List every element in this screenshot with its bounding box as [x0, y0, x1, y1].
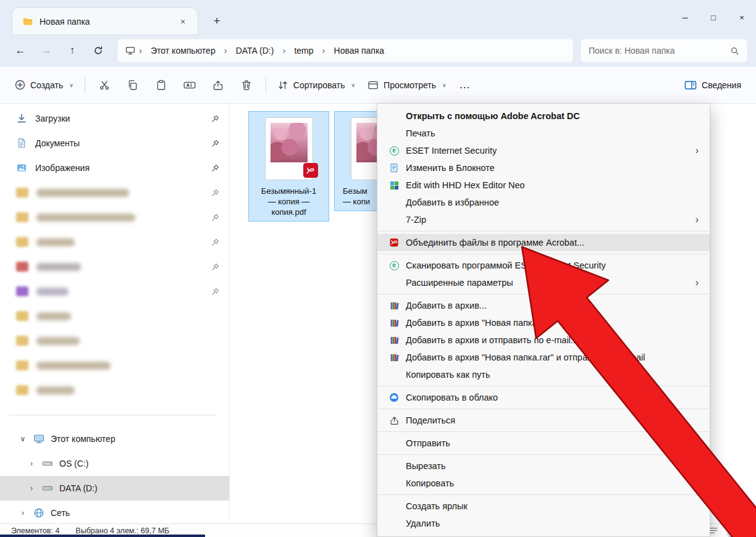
- menu-item-eset[interactable]: ESET Internet Security ›: [377, 142, 710, 159]
- sidebar-item-os-c[interactable]: › OS (C:): [0, 451, 229, 476]
- selection-info: Выбрано 4 элем.: 69,7 МБ: [75, 527, 169, 535]
- chevron-expanded-icon[interactable]: ∨: [19, 435, 27, 443]
- cut-button[interactable]: [90, 73, 119, 97]
- menu-item-open-with-acrobat[interactable]: Открыть с помощью Adobe Acrobat DC: [377, 107, 710, 125]
- more-options-button[interactable]: …: [453, 73, 477, 97]
- sidebar-item-redacted[interactable]: [0, 353, 229, 378]
- sidebar-item-redacted[interactable]: [0, 378, 229, 402]
- blank-icon: [387, 215, 401, 225]
- chevron-right-icon[interactable]: ›: [27, 459, 36, 468]
- thumbnails-view-icon[interactable]: [728, 525, 744, 537]
- chevron-right-icon[interactable]: ›: [27, 484, 36, 493]
- back-button[interactable]: ←: [9, 40, 32, 61]
- details-pane-label: Сведения: [702, 80, 741, 90]
- eset-icon: [387, 146, 401, 156]
- refresh-button[interactable]: [86, 40, 110, 61]
- minimize-button[interactable]: ─: [671, 0, 699, 35]
- folder-icon: [16, 262, 28, 272]
- menu-separator: [378, 254, 709, 254]
- up-button[interactable]: ↑: [61, 40, 84, 61]
- sidebar-item-documents[interactable]: Документы: [0, 131, 229, 156]
- sidebar-item-redacted[interactable]: [0, 205, 229, 230]
- view-button[interactable]: Просмотреть ∨: [361, 75, 453, 96]
- paste-button[interactable]: [147, 73, 175, 97]
- share-icon: [212, 80, 224, 91]
- menu-item-archive-named-email[interactable]: Добавить в архив "Новая папка.rar" и отп…: [377, 349, 710, 366]
- sort-icon: [277, 80, 288, 91]
- computer-icon: [33, 433, 44, 444]
- menu-item-send-to[interactable]: Отправить ›: [377, 435, 710, 452]
- chevron-right-icon: ›: [320, 45, 328, 57]
- blank-icon: [387, 501, 401, 511]
- document-icon: [16, 138, 27, 149]
- toolbar-separator: [85, 77, 85, 93]
- eset-icon: [387, 260, 401, 270]
- sidebar-item-pictures[interactable]: Изображения: [0, 156, 229, 180]
- pin-icon: [211, 263, 219, 271]
- copy-button[interactable]: [119, 73, 147, 97]
- search-box[interactable]: [581, 39, 747, 62]
- maximize-button[interactable]: □: [699, 0, 728, 35]
- menu-item-eset-scan[interactable]: Сканировать программой ESET Internet Sec…: [377, 257, 710, 274]
- tab-close-icon[interactable]: ×: [175, 14, 190, 29]
- chevron-right-icon[interactable]: ›: [19, 509, 27, 517]
- blank-icon: [387, 370, 401, 380]
- breadcrumb-segment[interactable]: DATA (D:): [231, 43, 279, 58]
- context-menu: Открыть с помощью Adobe Acrobat DC Печат…: [377, 103, 710, 537]
- menu-item-copy-to-cloud[interactable]: Скопировать в облако: [377, 389, 710, 406]
- delete-button[interactable]: [232, 73, 261, 97]
- close-button[interactable]: ×: [728, 0, 756, 35]
- sidebar-item-downloads[interactable]: Загрузки: [0, 106, 229, 131]
- menu-item-add-to-archive-named[interactable]: Добавить в архив "Новая папка.rar": [377, 314, 710, 331]
- file-item-pdf[interactable]: Безымянный-1 — копия — копия.pdf: [248, 111, 329, 222]
- menu-item-delete[interactable]: Удалить: [377, 515, 710, 532]
- menu-item-create-shortcut[interactable]: Создать ярлык: [377, 497, 710, 515]
- sidebar-item-redacted[interactable]: [0, 328, 229, 353]
- sidebar-item-redacted[interactable]: [0, 230, 229, 254]
- menu-item-advanced-options[interactable]: Расширенные параметры ›: [377, 274, 710, 291]
- sort-label: Сортировать: [293, 80, 345, 90]
- blank-icon: [387, 518, 401, 528]
- menu-item-7zip[interactable]: 7-Zip ›: [377, 211, 710, 228]
- create-button[interactable]: Создать ∨: [9, 75, 80, 95]
- folder-icon: [16, 336, 28, 346]
- sidebar-item-this-pc[interactable]: ∨ Этот компьютер: [0, 427, 229, 451]
- sidebar-item-label: DATA (D:): [59, 483, 98, 493]
- sidebar-item-label: Сеть: [51, 508, 70, 518]
- menu-item-hex-editor[interactable]: Edit with HHD Hex Editor Neo: [377, 177, 710, 194]
- menu-item-edit-notepad[interactable]: Изменить в Блокноте: [377, 159, 710, 177]
- chevron-right-icon: ›: [222, 45, 230, 57]
- sidebar-item-network[interactable]: › Сеть: [0, 501, 229, 523]
- new-tab-button[interactable]: +: [208, 12, 226, 30]
- menu-item-add-favorites[interactable]: Добавить в избранное: [377, 194, 710, 211]
- details-pane-button[interactable]: Сведения: [678, 75, 747, 96]
- menu-item-print[interactable]: Печать: [377, 125, 710, 142]
- search-input[interactable]: [589, 46, 725, 56]
- sidebar-item-redacted[interactable]: [0, 304, 229, 328]
- share-button[interactable]: [204, 73, 232, 97]
- sidebar-item-label: Этот компьютер: [51, 434, 116, 444]
- forward-button[interactable]: →: [35, 40, 58, 61]
- breadcrumb-segment[interactable]: Этот компьютер: [146, 43, 220, 58]
- pdf-badge-icon: [303, 163, 318, 178]
- menu-item-add-to-archive[interactable]: Добавить в архив...: [377, 297, 710, 314]
- breadcrumb[interactable]: › Этот компьютер › DATA (D:) › temp › Но…: [117, 39, 573, 62]
- rename-button[interactable]: [175, 73, 204, 97]
- menu-item-copy-as-path[interactable]: Копировать как путь: [377, 366, 710, 383]
- navigation-pane: Загрузки Документы Изображения: [0, 104, 230, 523]
- menu-item-cut[interactable]: Вырезать: [377, 457, 710, 475]
- notepad-icon: [387, 163, 401, 173]
- menu-item-copy[interactable]: Копировать: [377, 475, 710, 492]
- menu-item-share[interactable]: Поделиться: [377, 412, 710, 429]
- sidebar-item-redacted[interactable]: [0, 180, 229, 205]
- breadcrumb-segment[interactable]: temp: [289, 43, 318, 58]
- sidebar-item-data-d[interactable]: › DATA (D:): [0, 476, 229, 501]
- sidebar-item-redacted[interactable]: [0, 279, 229, 304]
- explorer-tab[interactable]: Новая папка ×: [12, 8, 198, 35]
- bottom-accent-strip: [0, 535, 205, 537]
- menu-item-combine-acrobat[interactable]: Объединить файлы в программе Acrobat...: [377, 234, 710, 251]
- sort-button[interactable]: Сортировать ∨: [271, 75, 361, 96]
- sidebar-item-redacted[interactable]: [0, 254, 229, 279]
- breadcrumb-segment[interactable]: Новая папка: [329, 43, 390, 58]
- menu-item-archive-email[interactable]: Добавить в архив и отправить по e-mail..…: [377, 331, 710, 349]
